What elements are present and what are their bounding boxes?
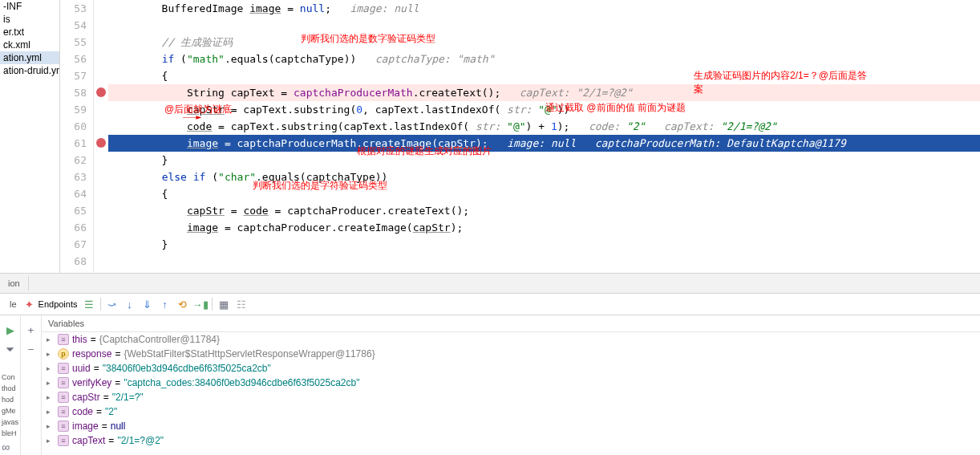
variables-panel: Variables ▸≡this = {CaptchaController@11…	[42, 315, 980, 455]
debug-toolbar: le ✦ Endpoints ☰ ⤻ ↓ ⇓ ↑ ⟲ →▮ ▦ ☷	[0, 294, 980, 315]
tab[interactable]: ion	[0, 276, 29, 290]
var-value: "38406f0eb3d946cdbe6f63f5025ca2cb"	[103, 363, 271, 374]
field-badge-icon: ≡	[58, 420, 69, 432]
debug-tabs: ion	[0, 274, 980, 294]
inf-icon[interactable]: ∞	[0, 439, 21, 455]
code-line-executing: image = captchaProducerMath.createImage(…	[108, 135, 980, 152]
filter-icon[interactable]: ⏷	[0, 339, 20, 359]
var-name: code	[72, 406, 93, 417]
more-icon[interactable]: ☷	[235, 298, 248, 311]
expand-icon[interactable]: ▸	[47, 422, 55, 430]
project-tree[interactable]: -INF is er.txt ck.xml ation.yml ation-dr…	[0, 0, 60, 273]
strip-item[interactable]: javas	[0, 416, 21, 428]
strip-item[interactable]: thod	[0, 383, 21, 394]
variable-row[interactable]: ▸presponse = {WebStatFilter$StatHttpServ…	[42, 347, 980, 361]
code-editor[interactable]: 53545556575859606162636465666768 Buffere…	[60, 0, 980, 273]
code-line: image = captchaProducer.createImage(capS…	[108, 219, 980, 236]
layout-icon[interactable]: ☰	[83, 298, 95, 311]
field-badge-icon: ≡	[58, 435, 69, 446]
variable-row[interactable]: ▸≡uuid = "38406f0eb3d946cdbe6f63f5025ca2…	[42, 361, 980, 376]
tree-item-selected[interactable]: ation.yml	[0, 51, 59, 64]
expand-icon[interactable]: ▸	[47, 364, 55, 372]
strip-item[interactable]: hod	[0, 394, 21, 405]
code-line: BufferedImage image = null; image: null	[108, 0, 980, 17]
tree-item[interactable]: -INF	[0, 0, 59, 13]
strip-item[interactable]: gMe	[0, 405, 21, 416]
force-step-icon[interactable]: ⇓	[141, 298, 154, 311]
expand-icon[interactable]: ▸	[47, 379, 55, 387]
tree-item[interactable]: er.txt	[0, 26, 59, 39]
endpoints-label[interactable]: Endpoints	[38, 299, 78, 309]
code-line: }	[108, 152, 980, 169]
var-name: uuid	[72, 363, 91, 374]
left-tool-strip: Con thod hod gMe javas bleH ∞	[0, 372, 21, 455]
endpoints-icon[interactable]: ✦	[25, 299, 34, 311]
run-to-cursor-icon[interactable]: →▮	[194, 298, 207, 311]
tab-console[interactable]: le	[6, 297, 20, 311]
debug-sidebar2: + −	[21, 315, 42, 455]
variable-row[interactable]: ▸≡this = {CaptchaController@11784}	[42, 332, 980, 347]
code-line	[108, 253, 980, 270]
tree-item[interactable]: ation-druid.yml	[0, 64, 59, 77]
code-line: if ("math".equals(captchaType)) captchaT…	[108, 51, 980, 67]
line-gutter: 53545556575859606162636465666768	[60, 0, 94, 273]
field-badge-icon: ≡	[58, 334, 69, 345]
var-value: "2/1=?"	[112, 392, 144, 403]
code-line: else if ("char".equals(captchaType))	[108, 169, 980, 185]
var-value: {WebStatFilter$StatHttpServletResponseWr…	[124, 348, 375, 360]
code-line: {	[108, 67, 980, 84]
code-line: capStr = capText.substring(0, capText.la…	[108, 101, 980, 118]
expand-icon[interactable]: ▸	[47, 335, 55, 343]
var-value: "captcha_codes:38406f0eb3d946cdbe6f63f50…	[124, 377, 359, 388]
var-value: {CaptchaController@11784}	[99, 334, 220, 345]
tree-item[interactable]: is	[0, 13, 59, 26]
expand-icon[interactable]: ▸	[47, 437, 55, 445]
var-value: "2"	[105, 406, 117, 417]
var-name: capText	[72, 435, 105, 446]
code-line-breakpoint: String capText = captchaProducerMath.cre…	[108, 84, 980, 101]
var-name: this	[72, 334, 87, 345]
var-name: verifyKey	[72, 377, 111, 388]
field-badge-icon: ≡	[58, 363, 69, 374]
var-value: "2/1=?@2"	[117, 435, 164, 446]
add-icon[interactable]: +	[21, 320, 41, 339]
debug-panel: ion le ✦ Endpoints ☰ ⤻ ↓ ⇓ ↑ ⟲ →▮ ▦ ☷ ▶ …	[0, 273, 980, 455]
field-badge-icon: ≡	[58, 392, 69, 403]
code-line: }	[108, 236, 980, 253]
code-line	[108, 17, 980, 34]
strip-item[interactable]: Con	[0, 372, 21, 383]
tree-item[interactable]: ck.xml	[0, 39, 59, 51]
step-into-icon[interactable]: ↓	[124, 298, 136, 311]
breakpoint-icon[interactable]	[96, 138, 106, 148]
var-name: image	[72, 420, 99, 432]
field-badge-icon: ≡	[58, 406, 69, 417]
code-line: {	[108, 185, 980, 202]
code-line: // 生成验证码	[108, 34, 980, 51]
expand-icon[interactable]: ▸	[47, 393, 55, 401]
code-line: capStr = code = captchaProducer.createTe…	[108, 202, 980, 219]
param-badge-icon: p	[58, 348, 69, 360]
variable-row[interactable]: ▸≡capText = "2/1=?@2"	[42, 433, 980, 448]
variable-row[interactable]: ▸≡verifyKey = "captcha_codes:38406f0eb3d…	[42, 376, 980, 390]
variable-row[interactable]: ▸≡capStr = "2/1=?"	[42, 390, 980, 404]
variable-row[interactable]: ▸≡image = null	[42, 419, 980, 433]
step-out-icon[interactable]: ↑	[159, 298, 172, 311]
code-area[interactable]: BufferedImage image = null; image: null …	[108, 0, 980, 273]
field-badge-icon: ≡	[58, 377, 69, 388]
variables-header: Variables	[42, 315, 980, 332]
var-value: null	[111, 420, 126, 432]
step-over-icon[interactable]: ⤻	[106, 298, 119, 311]
remove-icon[interactable]: −	[21, 339, 41, 359]
var-name: capStr	[72, 392, 100, 403]
variable-row[interactable]: ▸≡code = "2"	[42, 404, 980, 419]
code-line: code = capText.substring(capText.lastInd…	[108, 118, 980, 135]
drop-frame-icon[interactable]: ⟲	[176, 298, 189, 311]
resume-icon[interactable]: ▶	[0, 320, 20, 339]
breakpoint-gutter[interactable]	[94, 0, 108, 273]
expand-icon[interactable]: ▸	[47, 408, 55, 416]
breakpoint-icon[interactable]	[96, 87, 106, 97]
strip-item[interactable]: bleH	[0, 428, 21, 439]
evaluate-icon[interactable]: ▦	[217, 298, 230, 311]
var-name: response	[72, 348, 111, 360]
expand-icon[interactable]: ▸	[47, 350, 55, 358]
